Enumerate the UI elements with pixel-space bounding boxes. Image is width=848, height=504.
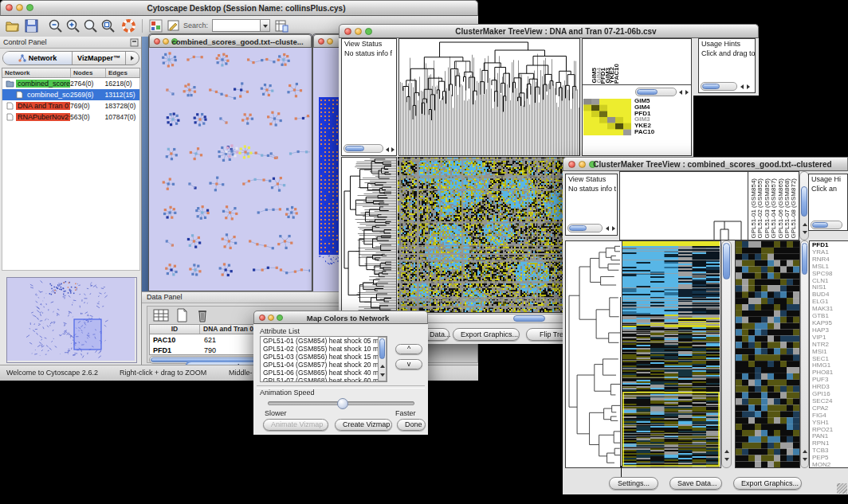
scroll-left-arrow-icon[interactable]	[679, 90, 682, 95]
scroll-thumb[interactable]	[801, 186, 807, 217]
scroll-thumb[interactable]	[345, 146, 364, 151]
tv2-zoom-heatmap[interactable]	[735, 240, 800, 468]
tv1-heatmap[interactable]	[398, 157, 582, 313]
search-dropdown-button[interactable]	[260, 19, 270, 32]
tv1-row-dendrogram[interactable]	[341, 157, 397, 313]
tv1-column-label[interactable]: PAC10	[613, 64, 620, 84]
scroll-right-arrow-icon[interactable]	[685, 90, 689, 95]
animate-vizmap-button[interactable]: Animate Vizmap	[263, 419, 328, 431]
animation-speed-slider[interactable]	[268, 401, 414, 405]
tv1-export-graphics-button[interactable]: Export Graphics...	[453, 328, 520, 341]
scroll-thumb[interactable]	[569, 225, 587, 231]
close-icon[interactable]	[154, 38, 160, 45]
array-column-label[interactable]: GPL51-08 (GSM872)	[790, 178, 797, 239]
attribute-list-item[interactable]: GPL51-04 (GSM857) heat shock 20 min	[261, 361, 387, 369]
open-icon[interactable]	[5, 18, 20, 33]
array-column-label[interactable]: GPL51-04 (GSM857)	[770, 178, 777, 239]
network-table-row[interactable]: DNA and Tran 07769(0)183728(0)	[2, 100, 139, 111]
resize-grip[interactable]	[837, 483, 847, 494]
zoom-actual-icon[interactable]	[83, 18, 98, 33]
close-icon[interactable]	[6, 4, 13, 11]
table-grid-icon[interactable]	[152, 308, 170, 322]
attribute-list-item[interactable]: GPL51-07 (GSM868) heat shock 60 min	[261, 377, 387, 381]
plugin-icon[interactable]	[148, 18, 163, 33]
birdseye-view[interactable]	[6, 277, 137, 363]
create-vizmap-button[interactable]: Create Vizmap	[335, 419, 392, 431]
tv2-export-graphics-button[interactable]: Export Graphics...	[733, 477, 802, 490]
scroll-left-arrow-icon[interactable]	[740, 84, 744, 89]
network-table-row[interactable]: combined_scores2764(0)16218(0)	[2, 78, 139, 89]
move-up-button[interactable]: ^	[395, 344, 422, 354]
scroll-right-arrow-icon[interactable]	[612, 226, 615, 231]
zoom-fit-icon[interactable]	[100, 18, 116, 33]
scroll-thumb[interactable]	[513, 315, 545, 322]
tv2-status-hscrollbar[interactable]	[567, 224, 603, 232]
attribute-list-item[interactable]: GPL51-06 (GSM865) heat shock 40 min	[261, 369, 387, 377]
attribute-vscrollbar[interactable]	[378, 337, 387, 381]
scroll-up-arrow-icon[interactable]	[803, 223, 807, 226]
attribute-listbox[interactable]: GPL51-01 (GSM854) heat shock 05 minGPL51…	[260, 336, 387, 382]
scroll-up-arrow-icon[interactable]	[803, 450, 807, 453]
attribute-list-item[interactable]: GPL51-02 (GSM855) heat shock 10 min	[261, 345, 387, 353]
tv1-summary-hscrollbar[interactable]	[635, 88, 677, 96]
tab-network[interactable]: Network	[3, 52, 73, 64]
close-icon[interactable]	[568, 161, 575, 168]
minimize-icon[interactable]	[268, 315, 274, 321]
tv1-row-label[interactable]: PAC10	[634, 129, 654, 135]
tv1-usage-hscrollbar[interactable]	[701, 82, 737, 91]
scroll-left-arrow-icon[interactable]	[386, 147, 389, 152]
scroll-down-arrow-icon[interactable]	[803, 458, 807, 461]
close-icon[interactable]	[344, 28, 351, 35]
done-button[interactable]: Done	[397, 419, 426, 431]
data-col-id[interactable]: ID	[150, 325, 200, 334]
scroll-right-arrow-icon[interactable]	[747, 84, 750, 89]
minimize-icon[interactable]	[163, 38, 169, 45]
scroll-down-arrow-icon[interactable]	[803, 231, 807, 234]
scroll-thumb[interactable]	[379, 338, 385, 359]
scroll-down-arrow-icon[interactable]	[380, 373, 385, 377]
attribute-list-item[interactable]: GPL51-01 (GSM854) heat shock 05 min	[261, 337, 387, 345]
attribute-browser-icon[interactable]	[274, 18, 289, 33]
network-canvas[interactable]	[150, 48, 310, 289]
tab-overflow-button[interactable]	[126, 52, 139, 64]
tv2-usage-hscrollbar[interactable]	[811, 221, 842, 229]
col-network[interactable]: Network	[2, 68, 71, 77]
save-icon[interactable]	[24, 18, 39, 33]
treeview1-titlebar[interactable]: ClusterMaker TreeView : DNA and Tran 07-…	[339, 24, 759, 38]
col-edges[interactable]: Edges	[106, 68, 139, 77]
scroll-thumb[interactable]	[802, 243, 807, 275]
help-ring-icon[interactable]	[121, 18, 136, 33]
tv1-status-hscrollbar[interactable]	[344, 144, 383, 153]
trash-icon[interactable]	[194, 308, 211, 322]
scroll-thumb[interactable]	[702, 84, 720, 89]
tab-vizmapper[interactable]: VizMapper™	[73, 52, 126, 64]
tv2-column-dendrogram[interactable]	[619, 171, 748, 240]
close-icon[interactable]	[318, 38, 324, 45]
network-table-row[interactable]: combined_sco2569(6)13112(15)	[2, 89, 139, 100]
network-view-titlebar[interactable]: combined_scores_good.txt--cluste...	[149, 34, 312, 48]
slider-thumb[interactable]	[337, 398, 348, 409]
zoom-out-icon[interactable]	[48, 18, 63, 33]
scroll-thumb[interactable]	[812, 222, 828, 228]
main-titlebar[interactable]: Cytoscape Desktop (Session Name: collins…	[0, 0, 478, 16]
treeview2-titlebar[interactable]: ClusterMaker TreeView : combined_scores_…	[563, 157, 848, 171]
network-table-row[interactable]: RNAPuberNov2+563(0)107847(0)	[2, 111, 139, 123]
zoom-in-icon[interactable]	[65, 18, 80, 33]
tv2-zoom-vscrollbar[interactable]	[800, 240, 809, 468]
minimize-icon[interactable]	[327, 38, 333, 45]
col-nodes[interactable]: Nodes	[71, 68, 106, 77]
close-icon[interactable]	[259, 315, 265, 321]
annotation-icon[interactable]	[166, 18, 181, 33]
dialog-titlebar[interactable]: Map Colors to Network	[253, 311, 428, 324]
tv2-heatmap-vscrollbar[interactable]	[721, 240, 732, 468]
scroll-right-arrow-icon[interactable]	[391, 147, 395, 152]
scroll-thumb[interactable]	[723, 243, 730, 279]
scroll-up-arrow-icon[interactable]	[724, 450, 729, 453]
scroll-thumb[interactable]	[637, 89, 658, 95]
birdseye-canvas[interactable]	[7, 278, 135, 361]
tv1-column-dendrogram[interactable]	[398, 38, 580, 156]
new-document-icon[interactable]	[173, 308, 190, 322]
tv2-settings-button[interactable]: Settings...	[609, 477, 658, 490]
gene-label[interactable]: MON2	[812, 462, 848, 468]
scroll-down-arrow-icon[interactable]	[724, 458, 729, 461]
